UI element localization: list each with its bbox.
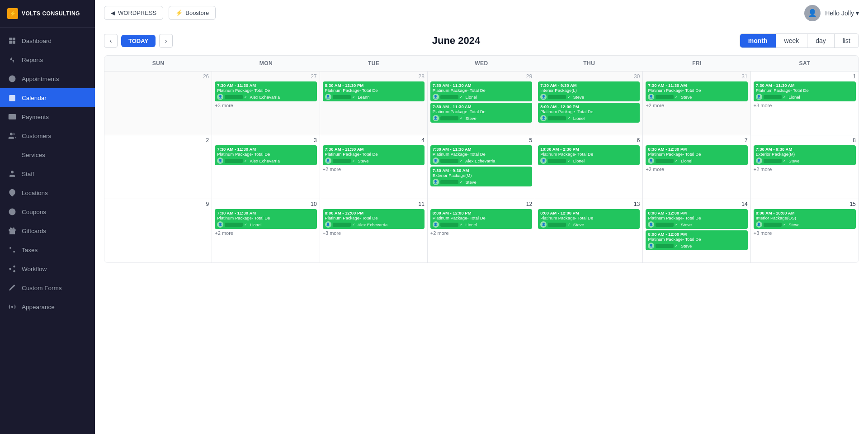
sidebar-item-reports[interactable]: Reports: [0, 50, 95, 69]
calendar-day[interactable]: 3 7:30 AM - 11:30 AM Platinum Package- T…: [212, 135, 320, 199]
calendar-event[interactable]: 8:30 AM - 12:30 PM Platinum Package- Tot…: [323, 81, 425, 101]
more-events-link[interactable]: +2 more: [323, 167, 425, 172]
sidebar-item-customers[interactable]: Customers: [0, 126, 95, 145]
calendar-day[interactable]: 10 7:30 AM - 11:30 AM Platinum Package- …: [212, 199, 320, 262]
event-name-blur: [764, 223, 782, 227]
view-list-button[interactable]: list: [835, 34, 859, 48]
boostore-button[interactable]: ⚡ Boostore: [169, 6, 216, 20]
calendar-event[interactable]: 7:30 AM - 11:30 AM Platinum Package- Tot…: [215, 209, 316, 229]
calendar-day[interactable]: 11 8:00 AM - 12:00 PM Platinum Package- …: [320, 199, 428, 262]
sidebar-item-payments[interactable]: Payments: [0, 107, 95, 126]
event-name-blur: [333, 159, 351, 163]
sidebar-item-appearance[interactable]: Appearance: [0, 297, 95, 316]
event-customer: 👤 ✓ Lionel: [433, 94, 530, 100]
calendar-event[interactable]: 7:30 AM - 11:30 AM Platinum Package- Tot…: [646, 81, 747, 101]
boostore-label: Boostore: [185, 10, 209, 16]
event-avatar: 👤: [217, 94, 223, 100]
calendar-day[interactable]: 28 8:30 AM - 12:30 PM Platinum Package- …: [320, 72, 428, 135]
calendar-day[interactable]: 30 7:30 AM - 9:30 AM Interior Package(L)…: [535, 72, 643, 135]
more-events-link[interactable]: +3 more: [754, 230, 856, 236]
event-time: 8:30 AM - 12:30 PM: [648, 147, 745, 152]
calendar-event[interactable]: 7:30 AM - 11:30 AM Platinum Package- Tot…: [430, 145, 532, 165]
workflow-icon: [8, 265, 16, 273]
calendar-day[interactable]: 9: [104, 199, 212, 262]
day-number: 1: [754, 73, 856, 80]
calendar-day[interactable]: 13 8:00 AM - 12:00 PM Platinum Package- …: [535, 199, 643, 262]
services-icon: [8, 151, 16, 159]
calendar-day[interactable]: 15 8:00 AM - 10:00 AM Interior Package(O…: [751, 199, 859, 262]
next-month-button[interactable]: ›: [159, 34, 173, 48]
calendar-event[interactable]: 7:30 AM - 11:30 AM Platinum Package- Tot…: [215, 145, 316, 165]
sidebar-item-giftcards[interactable]: Giftcards: [0, 221, 95, 240]
calendar-day[interactable]: 31 7:30 AM - 11:30 AM Platinum Package- …: [643, 72, 750, 135]
sidebar-item-coupons[interactable]: Coupons: [0, 202, 95, 221]
event-customer: 👤 ✓ Steve: [540, 221, 637, 228]
sidebar-item-locations[interactable]: Locations: [0, 183, 95, 202]
calendar-day[interactable]: 1 7:30 AM - 11:30 AM Platinum Package- T…: [751, 72, 859, 135]
sidebar-item-dashboard[interactable]: Dashboard: [0, 31, 95, 50]
sidebar-item-appointments[interactable]: Appointments: [0, 69, 95, 88]
calendar-event[interactable]: 7:30 AM - 11:30 AM Platinum Package- Tot…: [215, 81, 316, 101]
more-events-link[interactable]: +2 more: [754, 167, 856, 172]
sidebar-item-taxes[interactable]: Taxes: [0, 240, 95, 259]
view-month-button[interactable]: month: [740, 34, 776, 48]
calendar-event[interactable]: 7:30 AM - 11:30 AM Platinum Package- Tot…: [323, 145, 425, 165]
calendar-event[interactable]: 8:00 AM - 10:00 AM Interior Package(OS) …: [754, 209, 856, 229]
calendar-day[interactable]: 8 7:30 AM - 9:30 AM Exterior Package(M) …: [751, 135, 859, 199]
today-button[interactable]: TODAY: [121, 35, 156, 47]
calendar-event[interactable]: 7:30 AM - 11:30 AM Platinum Package- Tot…: [430, 103, 532, 123]
more-events-link[interactable]: +2 more: [430, 230, 532, 236]
calendar-day[interactable]: 27 7:30 AM - 11:30 AM Platinum Package- …: [212, 72, 320, 135]
calendar-event[interactable]: 7:30 AM - 9:30 AM Exterior Package(M) 👤 …: [430, 167, 532, 186]
calendar-event[interactable]: 8:00 AM - 12:00 PM Platinum Package- Tot…: [430, 209, 532, 229]
calendar-day[interactable]: 2: [104, 135, 212, 199]
sidebar-item-services[interactable]: Services: [0, 145, 95, 164]
calendar-day[interactable]: 26: [104, 72, 212, 135]
calendar-event[interactable]: 7:30 AM - 9:30 AM Interior Package(L) 👤 …: [538, 81, 640, 101]
more-events-link[interactable]: +2 more: [215, 230, 316, 236]
check-mark: ✓: [783, 159, 786, 163]
sidebar-item-workflow[interactable]: Workflow: [0, 259, 95, 278]
calendar-event[interactable]: 10:30 AM - 2:30 PM Platinum Package- Tot…: [538, 145, 640, 165]
more-events-link[interactable]: +3 more: [323, 230, 425, 236]
sidebar-item-staff[interactable]: Staff: [0, 164, 95, 183]
wordpress-button[interactable]: ◀ WORDPRESS: [104, 6, 163, 20]
event-customer: 👤 ✓ Steve: [648, 221, 745, 228]
calendar-event[interactable]: 8:30 AM - 12:30 PM Platinum Package- Tot…: [646, 145, 747, 165]
calendar-header: ‹ TODAY › June 2024 month week day list: [104, 33, 859, 48]
sidebar-item-custom-forms[interactable]: Custom Forms: [0, 278, 95, 297]
calendar-event[interactable]: 8:00 AM - 12:00 PM Platinum Package- Tot…: [538, 209, 640, 229]
svg-point-19: [11, 191, 14, 193]
event-title: Platinum Package- Total De: [217, 152, 314, 157]
calendar-day[interactable]: 6 10:30 AM - 2:30 PM Platinum Package- T…: [535, 135, 643, 199]
sidebar-item-calendar[interactable]: Calendar: [0, 88, 95, 107]
staff-icon: [8, 170, 16, 178]
sidebar-item-coupons-label: Coupons: [22, 209, 46, 215]
more-events-link[interactable]: +2 more: [646, 103, 747, 108]
more-events-link[interactable]: +3 more: [754, 103, 856, 108]
calendar-event[interactable]: 8:00 AM - 12:00 PM Platinum Package- Tot…: [646, 230, 747, 250]
calendar-event[interactable]: 7:30 AM - 9:30 AM Exterior Package(M) 👤 …: [754, 145, 856, 165]
calendar-event[interactable]: 7:30 AM - 11:30 AM Platinum Package- Tot…: [430, 81, 532, 101]
event-title: Platinum Package- Total De: [648, 88, 745, 93]
view-day-button[interactable]: day: [807, 34, 835, 48]
appearance-icon: [8, 303, 16, 311]
calendar-day[interactable]: 12 8:00 AM - 12:00 PM Platinum Package- …: [428, 199, 535, 262]
event-title: Platinum Package- Total De: [325, 215, 422, 220]
calendar-day[interactable]: 14 8:00 AM - 12:00 PM Platinum Package- …: [643, 199, 750, 262]
calendar-day[interactable]: 7 8:30 AM - 12:30 PM Platinum Package- T…: [643, 135, 750, 199]
calendar-day[interactable]: 4 7:30 AM - 11:30 AM Platinum Package- T…: [320, 135, 428, 199]
calendar-event[interactable]: 8:00 AM - 12:00 PM Platinum Package- Tot…: [538, 103, 640, 123]
prev-month-button[interactable]: ‹: [104, 34, 118, 48]
view-week-button[interactable]: week: [776, 34, 808, 48]
calendar-event[interactable]: 8:00 AM - 12:00 PM Platinum Package- Tot…: [323, 209, 425, 229]
more-events-link[interactable]: +3 more: [215, 103, 316, 108]
calendar-event[interactable]: 8:00 AM - 12:00 PM Platinum Package- Tot…: [646, 209, 747, 229]
calendar-day[interactable]: 29 7:30 AM - 11:30 AM Platinum Package- …: [428, 72, 535, 135]
more-events-link[interactable]: +2 more: [646, 167, 747, 172]
day-number: 13: [538, 201, 640, 207]
calendar-day[interactable]: 5 7:30 AM - 11:30 AM Platinum Package- T…: [428, 135, 535, 199]
event-avatar: 👤: [217, 221, 223, 228]
calendar-event[interactable]: 7:30 AM - 11:30 AM Platinum Package- Tot…: [754, 81, 856, 101]
event-avatar: 👤: [433, 179, 439, 185]
